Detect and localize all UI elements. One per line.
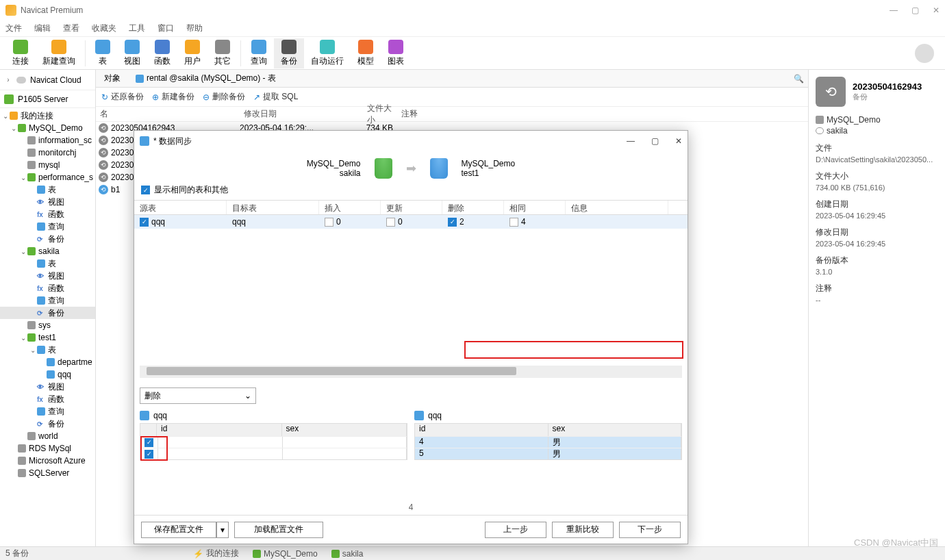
tree-item[interactable]: ⟳备份	[0, 233, 95, 245]
show-same-checkbox-row[interactable]: ✓ 显示相同的表和其他	[134, 183, 688, 197]
tree-item[interactable]: Microsoft Azure	[0, 455, 95, 467]
grid-column-header[interactable]: 目标表	[227, 201, 319, 214]
toolbar-函数[interactable]: 函数	[147, 38, 177, 68]
tree-root[interactable]: ⌄ 我的连接	[0, 110, 95, 122]
menu-item[interactable]: 窗口	[158, 23, 174, 34]
toolbar-图表[interactable]: 图表	[381, 38, 411, 68]
checkbox-off-icon[interactable]	[509, 218, 518, 227]
grid-column-header[interactable]: 插入	[319, 201, 381, 214]
subtoolbar-item[interactable]: ↻还原备份	[101, 91, 144, 103]
tree-item[interactable]: ⟳备份	[0, 307, 95, 319]
menu-item[interactable]: 收藏夹	[92, 23, 116, 34]
row-checkbox-icon[interactable]: ✓	[144, 450, 153, 459]
tab[interactable]: rental @sakila (MySQL_Demo) - 表	[131, 71, 280, 87]
menu-item[interactable]: 工具	[129, 23, 145, 34]
tree-item[interactable]: mysql	[0, 159, 95, 171]
toolbar-新建查询[interactable]: 新建查询	[36, 38, 82, 68]
tree-item[interactable]: ⌄表	[0, 344, 95, 356]
tree-item[interactable]: departme	[0, 356, 95, 368]
menu-item[interactable]: 帮助	[186, 23, 203, 34]
grid-column-header[interactable]: 删除	[442, 201, 504, 214]
checkbox-off-icon[interactable]	[325, 218, 333, 227]
subtoolbar-item[interactable]: ⊕新建备份	[152, 91, 194, 103]
table-row[interactable]: 5 男	[415, 448, 681, 459]
tree-item[interactable]: ⟳备份	[0, 418, 95, 430]
dropdown-arrow-icon[interactable]: ▾	[216, 522, 229, 538]
subtoolbar-item[interactable]: ⊖删除备份	[203, 91, 245, 103]
tree-item[interactable]: 查询	[0, 405, 95, 418]
next-button[interactable]: 下一步	[619, 522, 681, 538]
grid-column-header[interactable]: 源表	[134, 201, 227, 214]
sync-grid-row[interactable]: ✓qqqqqq00✓24	[134, 215, 688, 229]
close-icon[interactable]: ✕	[933, 5, 940, 15]
tree-item[interactable]: ⌄sakila	[0, 245, 95, 257]
tree-item[interactable]: 👁视图	[0, 270, 95, 282]
minimize-icon[interactable]: —	[890, 5, 898, 15]
dialog-minimize-icon[interactable]: —	[627, 136, 635, 146]
tree-item[interactable]: fx函数	[0, 208, 95, 220]
load-profile-button[interactable]: 加载配置文件	[234, 522, 323, 538]
tree-item[interactable]: 表	[0, 257, 95, 270]
checkbox-checked-icon[interactable]: ✓	[448, 218, 457, 227]
toolbar-连接[interactable]: 连接	[5, 38, 36, 68]
toolbar-自动运行[interactable]: 自动运行	[304, 38, 351, 68]
grid-column-header[interactable]: 相同	[504, 201, 566, 214]
subtoolbar-item[interactable]: ↗提取 SQL	[253, 91, 298, 103]
row-checkbox-icon[interactable]: ✓	[140, 218, 149, 227]
tree-item[interactable]: fx函数	[0, 282, 95, 294]
menu-item[interactable]: 查看	[63, 23, 79, 34]
column-header[interactable]: 名	[96, 108, 240, 120]
scrollbar-thumb[interactable]	[147, 367, 516, 375]
tree-item[interactable]: 👁视图	[0, 196, 95, 208]
dialog-maximize-icon[interactable]: ▢	[651, 136, 659, 146]
recompare-button[interactable]: 重新比较	[552, 522, 614, 538]
toolbar-表[interactable]: 表	[88, 38, 117, 68]
tree-item[interactable]: world	[0, 430, 95, 442]
tree-item[interactable]: ⌄performance_s	[0, 171, 95, 183]
save-profile-button[interactable]: 保存配置文件 ▾	[141, 522, 229, 538]
tree-item[interactable]: SQLServer	[0, 467, 95, 479]
tab[interactable]: 对象	[100, 71, 125, 87]
table-row[interactable]: ✓	[140, 448, 407, 459]
prev-button[interactable]: 上一步	[485, 522, 546, 538]
toolbar-模型[interactable]: 模型	[351, 38, 381, 68]
checkbox-checked-icon[interactable]: ✓	[141, 186, 150, 194]
toolbar-视图[interactable]: 视图	[117, 38, 147, 68]
menu-item[interactable]: 编辑	[34, 23, 51, 34]
menu-item[interactable]: 文件	[5, 23, 22, 34]
tree-item[interactable]: monitorchj	[0, 147, 95, 159]
toolbar-用户[interactable]: 用户	[177, 38, 207, 68]
table-row[interactable]: ✓	[140, 436, 407, 448]
tree-item[interactable]: 表	[0, 183, 95, 196]
row-checkbox-icon[interactable]: ✓	[144, 438, 153, 447]
tree-item[interactable]: RDS MySql	[0, 442, 95, 455]
search-icon[interactable]: 🔍	[794, 74, 804, 84]
user-avatar-icon[interactable]	[915, 44, 934, 63]
toolbar-备份[interactable]: 备份	[274, 38, 304, 68]
grid-cell: qqq	[227, 217, 319, 227]
tree-item[interactable]: sys	[0, 319, 95, 331]
sidebar-cloud-row[interactable]: › Navicat Cloud	[0, 70, 95, 90]
toolbar-查询[interactable]: 查询	[244, 38, 274, 68]
grid-column-header[interactable]: 信息	[566, 201, 668, 214]
tree-item[interactable]: 查询	[0, 220, 95, 233]
toolbar-其它[interactable]: 其它	[207, 38, 238, 68]
tree-item[interactable]: qqq	[0, 368, 95, 381]
tree-item[interactable]: information_sc	[0, 134, 95, 147]
tree-item[interactable]: 查询	[0, 294, 95, 307]
tree-item[interactable]: ⌄test1	[0, 331, 95, 344]
dialog-close-icon[interactable]: ✕	[675, 136, 682, 146]
tree-item[interactable]: 👁视图	[0, 381, 95, 393]
column-header[interactable]: 注释	[397, 108, 534, 120]
scrollbar-horizontal[interactable]	[140, 366, 682, 378]
action-dropdown[interactable]: 删除 ⌄	[140, 387, 256, 404]
grid-column-header[interactable]: 更新	[381, 201, 442, 214]
connection-tree: ⌄ 我的连接 ⌄MySQL_Demoinformation_scmonitorc…	[0, 108, 95, 481]
tree-item[interactable]: fx函数	[0, 393, 95, 405]
sidebar-server-row[interactable]: P1605 Server	[0, 90, 95, 108]
maximize-icon[interactable]: ▢	[911, 5, 919, 15]
tree-item[interactable]: ⌄MySQL_Demo	[0, 122, 95, 134]
table-row[interactable]: 4 男	[415, 436, 681, 448]
checkbox-off-icon[interactable]	[386, 218, 395, 227]
column-header[interactable]: 修改日期	[240, 108, 363, 120]
